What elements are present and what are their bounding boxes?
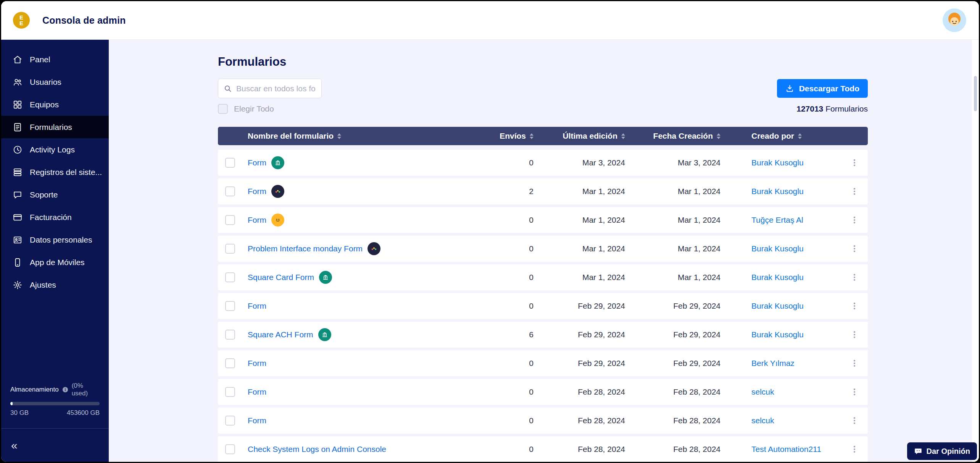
row-checkbox[interactable] xyxy=(225,158,235,168)
row-menu-kebab[interactable] xyxy=(848,185,861,198)
scrollbar-thumb[interactable] xyxy=(974,76,977,111)
row-checkbox[interactable] xyxy=(225,330,235,340)
created-date: Mar 1, 2024 xyxy=(627,236,723,262)
column-header-created-date[interactable]: Fecha Creación xyxy=(627,127,723,145)
row-menu-kebab[interactable] xyxy=(848,299,861,313)
column-header-created-by[interactable]: Creado por xyxy=(723,127,841,145)
table-row: Square ACH Form 6 Feb 29, 2024 Feb 29, 2… xyxy=(218,322,868,348)
sidebar-item-formularios[interactable]: Formularios xyxy=(1,116,109,138)
row-checkbox[interactable] xyxy=(225,272,235,282)
form-name-link[interactable]: Square Card Form xyxy=(248,273,314,282)
feedback-button[interactable]: Dar Opinión xyxy=(907,442,977,460)
select-all-checkbox[interactable] xyxy=(218,104,228,114)
row-checkbox[interactable] xyxy=(225,358,235,368)
form-name-link[interactable]: Form xyxy=(248,416,266,425)
row-menu-kebab[interactable] xyxy=(848,270,861,284)
sidebar-item-equipos[interactable]: Equipos xyxy=(1,93,109,116)
row-menu-kebab[interactable] xyxy=(848,385,861,399)
creator-link[interactable]: Burak Kusoglu xyxy=(751,158,804,167)
row-menu-kebab[interactable] xyxy=(848,156,861,170)
table-row: Form 0 Feb 29, 2024 Feb 29, 2024 Berk Yı… xyxy=(218,350,868,376)
submissions-count: 0 xyxy=(471,264,536,290)
sort-icon[interactable] xyxy=(337,133,341,139)
sort-icon[interactable] xyxy=(621,133,625,139)
sort-icon[interactable] xyxy=(717,133,720,139)
table-row: Form 0 Feb 28, 2024 Feb 28, 2024 selcuk xyxy=(218,408,868,434)
created-date: Mar 3, 2024 xyxy=(627,150,723,176)
sidebar-item-activity-logs[interactable]: Activity Logs xyxy=(1,138,109,161)
creator-link[interactable]: Burak Kusoglu xyxy=(751,244,804,253)
submissions-count: 0 xyxy=(471,207,536,233)
table-row: Form 0 Mar 3, 2024 Mar 3, 2024 Burak Kus… xyxy=(218,150,868,176)
mobile-app-icon xyxy=(13,257,23,267)
row-checkbox[interactable] xyxy=(225,444,235,454)
sidebar-item-facturaci-n[interactable]: Facturación xyxy=(1,206,109,228)
row-menu-kebab[interactable] xyxy=(848,356,861,370)
activity-logs-icon xyxy=(13,145,23,155)
created-date: Mar 1, 2024 xyxy=(627,178,723,204)
row-menu-kebab[interactable] xyxy=(848,328,861,342)
sidebar-item-usuarios[interactable]: Usuarios xyxy=(1,71,109,93)
creator-link[interactable]: Burak Kusoglu xyxy=(751,273,804,282)
row-checkbox[interactable] xyxy=(225,387,235,397)
form-name-link[interactable]: Form xyxy=(248,215,266,225)
form-name-link[interactable]: Form xyxy=(248,301,266,311)
sidebar-item-soporte[interactable]: Soporte xyxy=(1,183,109,206)
creator-link[interactable]: Test Automation211 xyxy=(751,445,821,454)
app-title: Consola de admin xyxy=(42,15,126,26)
sort-icon[interactable] xyxy=(798,133,802,139)
creator-link[interactable]: Berk Yılmaz xyxy=(751,359,795,368)
row-checkbox[interactable] xyxy=(225,186,235,196)
created-date: Feb 28, 2024 xyxy=(627,408,723,434)
feedback-bubble-icon xyxy=(914,447,922,455)
sidebar-item-ajustes[interactable]: Ajustes xyxy=(1,274,109,296)
column-header-name[interactable]: Nombre del formulario xyxy=(242,127,471,145)
form-name-link[interactable]: Check System Logs on Admin Console xyxy=(248,445,386,454)
row-menu-kebab[interactable] xyxy=(848,414,861,427)
form-name-link[interactable]: Form xyxy=(248,158,266,167)
enterprise-logo-icon: EE xyxy=(13,11,30,29)
storage-total-amount: 453600 GB xyxy=(67,409,100,417)
form-name-link[interactable]: Problem Interface monday Form xyxy=(248,244,363,253)
form-name-link[interactable]: Form xyxy=(248,387,266,397)
form-name-link[interactable]: Form xyxy=(248,359,266,368)
sidebar-item-registros-del-siste[interactable]: Registros del siste... xyxy=(1,161,109,183)
column-header-last-edited[interactable]: Última edición xyxy=(536,127,627,145)
sidebar-item-datos-personales[interactable]: Datos personales xyxy=(1,228,109,251)
search-input[interactable] xyxy=(236,84,316,93)
form-name-link[interactable]: Form xyxy=(248,187,266,196)
creator-link[interactable]: Tuğçe Ertaş Al xyxy=(751,215,803,225)
creator-link[interactable]: Burak Kusoglu xyxy=(751,330,804,339)
created-date: Feb 29, 2024 xyxy=(627,322,723,348)
sidebar-collapse-button[interactable]: « xyxy=(1,428,109,462)
column-header-submissions[interactable]: Envíos xyxy=(471,127,536,145)
creator-link[interactable]: Burak Kusoglu xyxy=(751,187,804,196)
row-checkbox[interactable] xyxy=(225,244,235,254)
row-menu-kebab[interactable] xyxy=(848,242,861,256)
row-checkbox[interactable] xyxy=(225,416,235,426)
user-avatar[interactable] xyxy=(943,8,966,32)
row-menu-kebab[interactable] xyxy=(848,213,861,227)
download-all-button[interactable]: Descargar Todo xyxy=(777,79,868,98)
creator-link[interactable]: Burak Kusoglu xyxy=(751,301,804,311)
storage-progress-bar xyxy=(10,402,100,405)
sidebar-item-app-de-m-viles[interactable]: App de Móviles xyxy=(1,251,109,274)
info-icon[interactable] xyxy=(62,387,68,393)
last-edited-date: Feb 29, 2024 xyxy=(536,322,627,348)
submissions-count: 0 xyxy=(471,150,536,176)
sidebar: Panel Usuarios Equipos Formularios Activ… xyxy=(1,40,109,462)
row-checkbox[interactable] xyxy=(225,301,235,311)
submissions-count: 0 xyxy=(471,350,536,376)
table-header: Nombre del formulario Envíos Última edic… xyxy=(218,127,868,145)
storage-label: Almacenamiento xyxy=(10,386,59,393)
monday-badge xyxy=(271,185,284,198)
creator-link[interactable]: selcuk xyxy=(751,416,774,425)
sidebar-item-panel[interactable]: Panel xyxy=(1,48,109,71)
row-checkbox[interactable] xyxy=(225,215,235,225)
submissions-count: 0 xyxy=(471,379,536,405)
row-menu-kebab[interactable] xyxy=(848,442,861,456)
creator-link[interactable]: selcuk xyxy=(751,387,774,397)
storage-section: Almacenamiento (0% used) 30 GB 453600 GB xyxy=(10,382,100,417)
sort-icon[interactable] xyxy=(530,133,534,139)
form-name-link[interactable]: Square ACH Form xyxy=(248,330,313,339)
